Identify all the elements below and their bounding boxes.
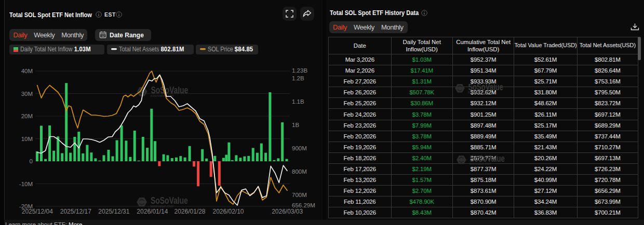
svg-text:20M: 20M — [21, 113, 33, 119]
svg-text:2026/01/14: 2026/01/14 — [137, 208, 168, 215]
svg-text:30M: 30M — [21, 91, 33, 97]
svg-text:2025/12/04: 2025/12/04 — [22, 208, 53, 215]
svg-text:12: 12 — [101, 34, 105, 37]
svg-text:10M: 10M — [21, 136, 33, 142]
svg-text:2026/01/28: 2026/01/28 — [174, 208, 205, 215]
svg-text:1B: 1B — [292, 122, 299, 128]
svg-text:0: 0 — [30, 158, 33, 164]
svg-text:1.1B: 1.1B — [292, 99, 304, 105]
svg-text:1.23B: 1.23B — [292, 67, 307, 74]
svg-text:800M: 800M — [292, 168, 307, 175]
svg-text:40M: 40M — [21, 68, 33, 74]
svg-text:sosovalue.com: sosovalue.com — [151, 93, 174, 97]
svg-text:700M: 700M — [292, 192, 307, 198]
svg-text:2025/12/17: 2025/12/17 — [60, 208, 91, 215]
svg-text:-10M: -10M — [19, 181, 33, 187]
svg-text:2025/12/31: 2025/12/31 — [98, 208, 129, 215]
svg-text:900M: 900M — [292, 145, 307, 151]
svg-text:2026/03/03: 2026/03/03 — [272, 208, 303, 215]
svg-text:1.2B: 1.2B — [292, 75, 304, 81]
svg-text:656.29M: 656.29M — [292, 202, 315, 208]
svg-text:2026/02/10: 2026/02/10 — [212, 208, 244, 215]
